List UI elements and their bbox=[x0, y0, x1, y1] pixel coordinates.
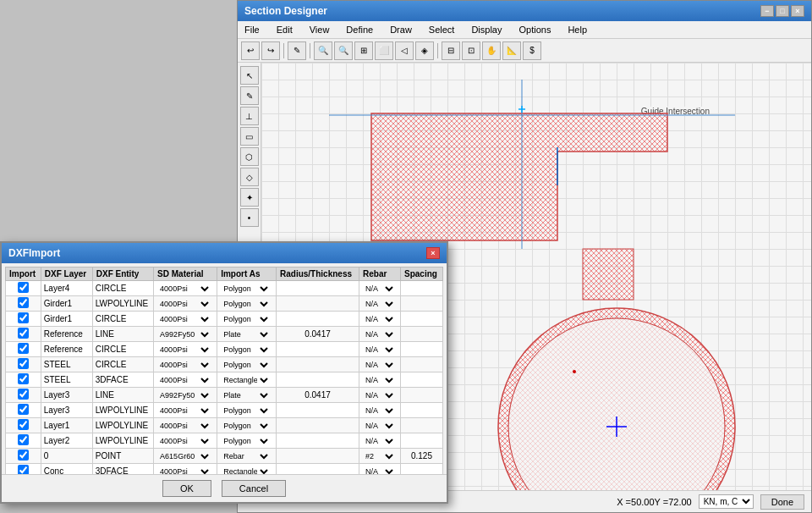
material-cell[interactable]: 4000PsiA992Fy50A615Gr60 bbox=[154, 281, 217, 296]
perpendicular-tool[interactable]: ⊥ bbox=[240, 107, 259, 125]
close-button[interactable]: × bbox=[791, 5, 804, 17]
menu-view[interactable]: View bbox=[306, 23, 333, 36]
import-as-select[interactable]: PolygonPlateRectangleRebar bbox=[220, 421, 271, 431]
zoom-all-button[interactable]: ⊞ bbox=[354, 41, 373, 60]
import-as-select[interactable]: PolygonPlateRectangleRebar bbox=[220, 329, 271, 339]
import-as-cell[interactable]: PolygonPlateRectangleRebar bbox=[217, 433, 277, 449]
material-select[interactable]: 4000PsiA992Fy50A615Gr60 bbox=[156, 466, 211, 475]
material-cell[interactable]: 4000PsiA992Fy50A615Gr60 bbox=[154, 418, 217, 433]
import-as-select[interactable]: PolygonPlateRectangleRebar bbox=[220, 436, 271, 446]
rebar-select[interactable]: N/A#2#3#4#5 bbox=[362, 451, 396, 461]
material-cell[interactable]: 4000PsiA992Fy50A615Gr60 bbox=[154, 388, 217, 403]
import-as-select[interactable]: PolygonPlateRectangleRebar bbox=[220, 451, 271, 461]
material-cell[interactable]: 4000PsiA992Fy50A615Gr60 bbox=[154, 372, 217, 388]
star-tool[interactable]: ✦ bbox=[240, 188, 259, 207]
material-select[interactable]: 4000PsiA992Fy50A615Gr60 bbox=[156, 451, 211, 461]
material-cell[interactable]: 4000PsiA992Fy50A615Gr60 bbox=[154, 327, 217, 342]
material-cell[interactable]: 4000PsiA992Fy50A615Gr60 bbox=[154, 296, 217, 312]
import-as-select[interactable]: PolygonPlateRectangleRebar bbox=[220, 405, 271, 416]
cancel-button[interactable]: Cancel bbox=[222, 480, 286, 497]
import-as-select[interactable]: PolygonPlateRectangleRebar bbox=[220, 390, 271, 400]
material-select[interactable]: 4000PsiA992Fy50A615Gr60 bbox=[156, 345, 211, 355]
import-checkbox[interactable] bbox=[18, 358, 29, 369]
material-cell[interactable]: 4000PsiA992Fy50A615Gr60 bbox=[154, 449, 217, 464]
material-cell[interactable]: 4000PsiA992Fy50A615Gr60 bbox=[154, 342, 217, 357]
material-select[interactable]: 4000PsiA992Fy50A615Gr60 bbox=[156, 421, 211, 431]
rebar-select[interactable]: N/A#2#3#4#5 bbox=[362, 375, 396, 385]
select-tool[interactable]: ↖ bbox=[240, 66, 259, 85]
import-checkbox[interactable] bbox=[18, 450, 29, 461]
zoom-rect-button[interactable]: ⬜ bbox=[375, 41, 393, 60]
zoom-prev-button[interactable]: ◁ bbox=[395, 41, 414, 60]
rebar-cell[interactable]: N/A#2#3#4#5 bbox=[359, 281, 401, 296]
material-cell[interactable]: 4000PsiA992Fy50A615Gr60 bbox=[154, 433, 217, 449]
zoom-out-button[interactable]: 🔍 bbox=[334, 41, 353, 60]
import-as-cell[interactable]: PolygonPlateRectangleRebar bbox=[217, 342, 277, 357]
material-cell[interactable]: 4000PsiA992Fy50A615Gr60 bbox=[154, 464, 217, 475]
dollar-button[interactable]: $ bbox=[523, 41, 541, 60]
polygon-tool[interactable]: ⬡ bbox=[240, 147, 259, 166]
material-cell[interactable]: 4000PsiA992Fy50A615Gr60 bbox=[154, 312, 217, 327]
rebar-select[interactable]: N/A#2#3#4#5 bbox=[362, 314, 396, 324]
material-select[interactable]: 4000PsiA992Fy50A615Gr60 bbox=[156, 436, 211, 446]
rebar-select[interactable]: N/A#2#3#4#5 bbox=[362, 329, 396, 339]
import-as-cell[interactable]: PolygonPlateRectangleRebar bbox=[217, 327, 277, 342]
menu-draw[interactable]: Draw bbox=[387, 23, 415, 36]
import-checkbox[interactable] bbox=[18, 328, 29, 339]
import-checkbox[interactable] bbox=[18, 373, 29, 384]
pencil-button[interactable]: ✎ bbox=[288, 41, 306, 60]
material-cell[interactable]: 4000PsiA992Fy50A615Gr60 bbox=[154, 357, 217, 372]
rebar-cell[interactable]: N/A#2#3#4#5 bbox=[359, 327, 401, 342]
menu-edit[interactable]: Edit bbox=[273, 23, 296, 36]
import-as-cell[interactable]: PolygonPlateRectangleRebar bbox=[217, 281, 277, 296]
zoom-in-button[interactable]: 🔍 bbox=[314, 41, 332, 60]
import-checkbox[interactable] bbox=[18, 282, 29, 293]
maximize-button[interactable]: □ bbox=[776, 5, 789, 17]
menu-display[interactable]: Display bbox=[468, 23, 505, 36]
draw-tool[interactable]: ✎ bbox=[240, 86, 259, 105]
rebar-select[interactable]: N/A#2#3#4#5 bbox=[362, 405, 396, 416]
rebar-cell[interactable]: N/A#2#3#4#5 bbox=[359, 357, 401, 372]
material-select[interactable]: 4000PsiA992Fy50A615Gr60 bbox=[156, 360, 211, 370]
import-as-select[interactable]: PolygonPlateRectangleRebar bbox=[220, 299, 271, 309]
done-button[interactable]: Done bbox=[760, 494, 804, 510]
import-checkbox[interactable] bbox=[18, 312, 29, 323]
import-as-select[interactable]: PolygonPlateRectangleRebar bbox=[220, 314, 271, 324]
import-checkbox[interactable] bbox=[18, 297, 29, 308]
rebar-select[interactable]: N/A#2#3#4#5 bbox=[362, 421, 396, 431]
import-as-cell[interactable]: PolygonPlateRectangleRebar bbox=[217, 403, 277, 418]
material-select[interactable]: 4000PsiA992Fy50A615Gr60 bbox=[156, 314, 211, 324]
rebar-select[interactable]: N/A#2#3#4#5 bbox=[362, 436, 396, 446]
rebar-select[interactable]: N/A#2#3#4#5 bbox=[362, 360, 396, 370]
import-as-select[interactable]: PolygonPlateRectangleRebar bbox=[220, 375, 271, 385]
measure-button[interactable]: 📐 bbox=[502, 41, 521, 60]
rebar-cell[interactable]: N/A#2#3#4#5 bbox=[359, 296, 401, 312]
rebar-select[interactable]: N/A#2#3#4#5 bbox=[362, 466, 396, 475]
material-select[interactable]: 4000PsiA992Fy50A615Gr60 bbox=[156, 375, 211, 385]
menu-file[interactable]: File bbox=[241, 23, 263, 36]
rebar-cell[interactable]: N/A#2#3#4#5 bbox=[359, 312, 401, 327]
material-select[interactable]: 4000PsiA992Fy50A615Gr60 bbox=[156, 405, 211, 416]
material-select[interactable]: 4000PsiA992Fy50A615Gr60 bbox=[156, 299, 211, 309]
menu-options[interactable]: Options bbox=[515, 23, 554, 36]
import-as-select[interactable]: PolygonPlateRectangleRebar bbox=[220, 466, 271, 475]
material-cell[interactable]: 4000PsiA992Fy50A615Gr60 bbox=[154, 403, 217, 418]
import-checkbox[interactable] bbox=[18, 434, 29, 445]
material-select[interactable]: 4000PsiA992Fy50A615Gr60 bbox=[156, 284, 211, 294]
undo-button[interactable]: ↩ bbox=[241, 41, 260, 60]
minimize-button[interactable]: − bbox=[760, 5, 774, 17]
import-checkbox[interactable] bbox=[18, 465, 29, 474]
import-as-cell[interactable]: PolygonPlateRectangleRebar bbox=[217, 418, 277, 433]
import-as-cell[interactable]: PolygonPlateRectangleRebar bbox=[217, 357, 277, 372]
rebar-cell[interactable]: N/A#2#3#4#5 bbox=[359, 418, 401, 433]
import-as-cell[interactable]: PolygonPlateRectangleRebar bbox=[217, 388, 277, 403]
redo-button[interactable]: ↪ bbox=[261, 41, 280, 60]
rebar-cell[interactable]: N/A#2#3#4#5 bbox=[359, 372, 401, 388]
rebar-select[interactable]: N/A#2#3#4#5 bbox=[362, 299, 396, 309]
rebar-select[interactable]: N/A#2#3#4#5 bbox=[362, 390, 396, 400]
rect-tool[interactable]: ▭ bbox=[240, 127, 259, 146]
rebar-cell[interactable]: N/A#2#3#4#5 bbox=[359, 403, 401, 418]
menu-select[interactable]: Select bbox=[425, 23, 458, 36]
import-as-select[interactable]: PolygonPlateRectangleRebar bbox=[220, 284, 271, 294]
rebar-cell[interactable]: N/A#2#3#4#5 bbox=[359, 388, 401, 403]
